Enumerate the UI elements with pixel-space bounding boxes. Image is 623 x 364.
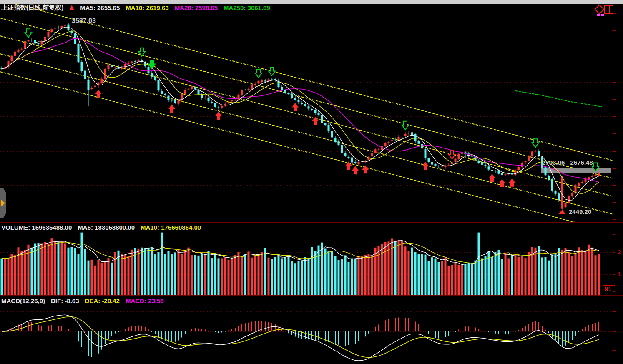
macd-pane[interactable]	[0, 297, 613, 364]
volume-axis-label-1: 1	[618, 271, 621, 277]
kline-pane[interactable]	[0, 4, 613, 222]
volume-axis-label-2: 2	[618, 249, 621, 255]
volume-pane[interactable]	[0, 223, 613, 296]
trading-app-window: { "header": { "title": "上证指数(日线.前复权)", "…	[0, 0, 623, 364]
